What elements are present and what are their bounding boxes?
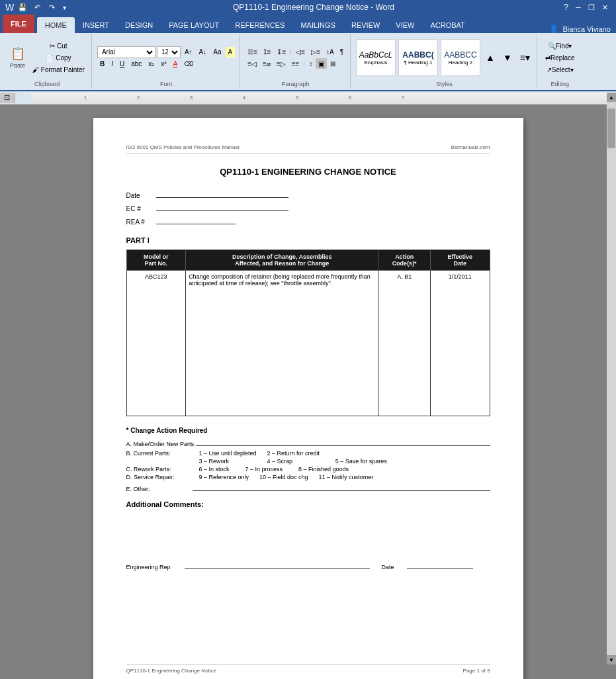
styles-scroll-up[interactable]: ▲ [483,52,498,63]
decrease-indent-button[interactable]: ◁≡ [293,46,308,57]
paragraph-group: ☰≡ 1≡ ↧≡ ◁≡ ▷≡ ↕A ¶ ≡◁ ≡⌀ ≡▷ ≡≡ [241,34,351,89]
save-button[interactable]: 💾 [17,2,28,13]
rework-parts-row: C. Rework Parts: 6 – In stock 7 – In pro… [126,466,490,473]
clipboard-label: Clipboard [34,79,60,87]
numbering-button[interactable]: 1≡ [261,46,273,57]
line-spacing-button[interactable]: ↕ [306,58,315,69]
tab-insert[interactable]: INSERT [75,17,117,33]
styles-label: Styles [436,79,453,87]
tab-design[interactable]: DESIGN [117,17,161,33]
document-area[interactable]: ISO 9001 QMS Policies and Procedures Man… [0,105,616,679]
date-field-row: Date [126,190,490,199]
cell-description[interactable]: Change composition of retainer (being re… [186,271,378,416]
rea-line[interactable] [156,216,236,224]
sort-button[interactable]: ↕A [324,46,337,57]
align-center-button[interactable]: ≡⌀ [260,58,273,69]
tab-review[interactable]: REVIEW [343,17,388,33]
multilevel-button[interactable]: ↧≡ [274,46,288,57]
tab-mailings[interactable]: MAILINGS [292,17,343,33]
subscript-button[interactable]: x₂ [146,59,157,69]
date-label: Date [126,192,156,199]
tab-acrobat[interactable]: ACROBAT [422,17,472,33]
clipboard-group: 📋 Paste ✂ Cut 📄 Copy 🖌 Format Painter Cl… [3,34,92,89]
date-line[interactable] [156,190,288,198]
show-marks-button[interactable]: ¶ [337,46,346,57]
bullets-button[interactable]: ☰≡ [245,46,260,57]
format-painter-button[interactable]: 🖌 Format Painter [30,64,87,75]
paste-button[interactable]: 📋 Paste [7,40,28,75]
scroll-thumb[interactable] [607,109,615,148]
other-line[interactable] [193,483,490,491]
cell-action[interactable]: A, B1 [378,271,430,416]
grow-font-button[interactable]: A↑ [182,47,195,58]
italic-button[interactable]: I [109,59,116,69]
align-right-button[interactable]: ≡▷ [274,58,288,69]
sig-date-line[interactable] [407,568,473,569]
help-button[interactable]: ? [561,2,571,13]
font-name-select[interactable]: Arial [97,46,155,58]
page[interactable]: ISO 9001 QMS Policies and Procedures Man… [93,118,523,679]
make-line[interactable] [196,438,490,446]
ec-label: EC # [126,205,156,212]
borders-button[interactable]: ⊞ [328,58,338,69]
ec-field-row: EC # [126,203,490,212]
undo-button[interactable]: ↶ [31,2,43,13]
select-button[interactable]: ↗ Select ▾ [543,64,578,75]
styles-expand[interactable]: ≡▾ [517,52,533,63]
restore-button[interactable]: ❐ [586,2,597,13]
increase-indent-button[interactable]: ▷≡ [308,46,323,57]
scroll-down-button[interactable]: ▼ [607,655,616,664]
close-button[interactable]: ✕ [599,2,611,13]
ribbon-content: 📋 Paste ✂ Cut 📄 Copy 🖌 Format Painter Cl… [0,33,616,91]
cut-button[interactable]: ✂ Cut [30,40,87,51]
user-name[interactable]: Bianca Viviano [562,25,611,33]
current-label: B. Current Parts: [126,450,199,465]
font-size-select[interactable]: 12 [157,46,181,58]
justify-button[interactable]: ≡≡ [289,58,302,69]
replace-button[interactable]: ⇄ Replace [543,52,578,63]
ruler-corner[interactable]: ⊡ [0,93,15,103]
table-header-row: Model orPart No. Description of Change, … [126,250,490,271]
underline-button[interactable]: U [117,59,127,69]
tab-page-layout[interactable]: PAGE LAYOUT [161,17,227,33]
window-title: QP1110-1 Engineering Change Notice - Wor… [66,3,561,12]
styles-scroll-down[interactable]: ▼ [500,52,515,63]
redo-button[interactable]: ↷ [46,2,58,13]
shading-button[interactable]: ▣ [316,58,327,69]
bold-button[interactable]: B [97,59,107,69]
sig-rep-line[interactable] [185,568,370,569]
tab-file[interactable]: FILE [3,15,34,33]
cell-model[interactable]: ABC123 [126,271,186,416]
footer-right: Page 1 of 3 [463,668,490,674]
style-heading2[interactable]: AABBCC Heading 2 [441,39,480,76]
tab-view[interactable]: VIEW [388,17,422,33]
scroll-track[interactable] [607,102,616,655]
horizontal-ruler: 1 2 3 4 5 6 7 [31,93,616,103]
text-highlight-button[interactable]: A [226,47,236,58]
title-bar: W 💾 ↶ ↷ ▾ QP1110-1 Engineering Change No… [0,0,616,15]
strikethrough-button[interactable]: abc [128,59,144,69]
other-row: E. Other: [126,483,490,492]
clear-format-button[interactable]: ⌫ [181,59,196,69]
align-left-button[interactable]: ≡◁ [245,58,259,69]
scroll-up-button[interactable]: ▲ [607,93,616,102]
style-heading1[interactable]: AABBC( ¶ Heading 1 [398,39,438,76]
ec-line[interactable] [156,203,288,211]
page-header: ISO 9001 QMS Policies and Procedures Man… [126,144,490,154]
vertical-scrollbar[interactable]: ▲ ▼ [607,93,616,664]
codes-b-grid: 1 – Use until depleted 2 – Return for cr… [199,450,393,465]
paste-icon: 📋 [11,46,25,61]
style-emphasis[interactable]: AaBbCcL Emphasis [356,39,396,76]
minimize-button[interactable]: ─ [572,2,584,13]
copy-button[interactable]: 📄 Copy [30,52,87,63]
change-case-button[interactable]: Aa [210,47,224,58]
comments-area[interactable] [126,514,490,553]
find-button[interactable]: 🔍 Find ▾ [543,40,578,51]
superscript-button[interactable]: x² [158,59,169,69]
text-color-button[interactable]: A [171,59,181,69]
tab-home[interactable]: HOME [37,17,75,33]
tab-references[interactable]: REFERENCES [227,17,292,33]
shrink-font-button[interactable]: A↓ [197,47,210,58]
document-title: QP1110-1 ENGINEERING CHANGE NOTICE [126,167,490,177]
cell-effective[interactable]: 1/1/2011 [430,271,490,416]
